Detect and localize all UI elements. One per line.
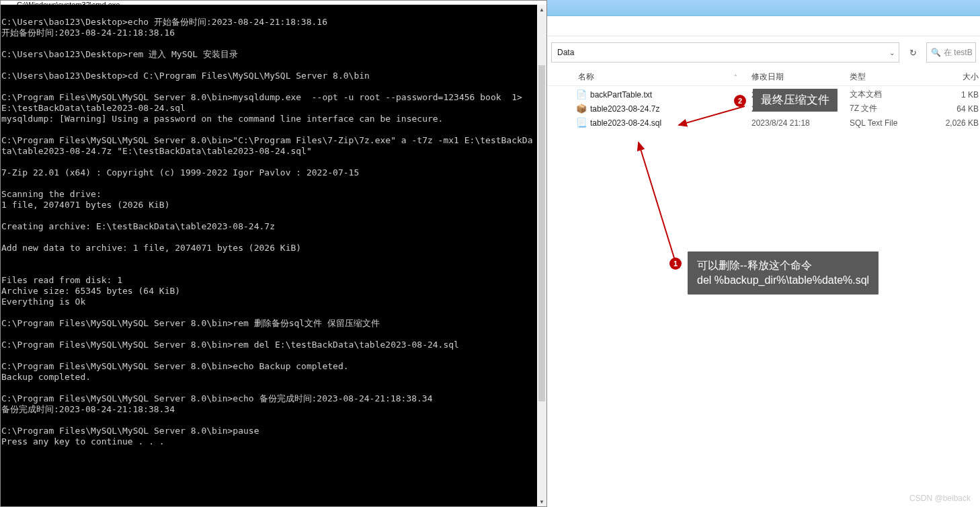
file-name: table2023-08-24.7z <box>590 104 751 114</box>
cmd-window: C:\Windows\system32\cmd.exe — ▢ ✕ C:\Use… <box>0 0 547 507</box>
column-headers: 名称 ⌃ 修改日期 类型 大小 <box>547 69 980 86</box>
breadcrumb-segment[interactable]: Data <box>557 48 574 57</box>
file-size: 1 KB <box>930 90 979 100</box>
callout-compressed-file: 最终压缩文件 <box>753 89 838 112</box>
scroll-up-icon[interactable]: ▲ <box>537 5 546 14</box>
explorer-ribbon <box>547 16 980 36</box>
file-icon: 📄 <box>573 89 590 100</box>
file-row[interactable]: 📃table2023-08-24.sql2023/8/24 21:18SQL T… <box>573 116 980 130</box>
file-icon: 📦 <box>573 104 590 114</box>
cmd-output[interactable]: C:\Users\bao123\Desktop>echo 开始备份时间:2023… <box>1 5 537 506</box>
scroll-down-icon[interactable]: ▼ <box>537 497 546 506</box>
file-name: backPartTable.txt <box>590 90 751 100</box>
address-bar[interactable]: Data ⌄ <box>551 42 899 63</box>
col-type-header[interactable]: 类型 <box>850 71 930 83</box>
col-date-header[interactable]: 修改日期 <box>751 71 850 83</box>
file-type: 文本文档 <box>850 89 930 100</box>
explorer-navbar: Data ⌄ ↻ 🔍 在 testB <box>547 36 980 69</box>
callout-delete-command: 可以删除--释放这个命令 del %backup_dir%\table%date… <box>688 251 879 295</box>
chevron-down-icon[interactable]: ⌄ <box>889 49 895 56</box>
file-type: 7Z 文件 <box>850 103 930 114</box>
file-name: table2023-08-24.sql <box>590 118 751 128</box>
search-icon: 🔍 <box>931 48 941 57</box>
search-placeholder: 在 testB <box>944 47 973 58</box>
file-icon: 📃 <box>573 118 590 128</box>
sort-indicator-icon: ⌃ <box>733 74 738 80</box>
search-input[interactable]: 🔍 在 testB <box>926 42 976 63</box>
col-size-header[interactable]: 大小 <box>930 71 979 83</box>
badge-2: 2 <box>734 95 746 107</box>
file-size: 64 KB <box>930 104 979 114</box>
scroll-thumb[interactable] <box>538 65 545 401</box>
file-size: 2,026 KB <box>930 118 979 128</box>
watermark: CSDN @beiback <box>909 494 971 503</box>
file-type: SQL Text File <box>850 118 930 128</box>
file-date: 2023/8/24 21:18 <box>751 118 850 128</box>
refresh-button[interactable]: ↻ <box>903 43 922 62</box>
badge-1: 1 <box>669 258 682 270</box>
col-name-header[interactable]: 名称 ⌃ <box>578 71 751 83</box>
explorer-titlebar <box>547 0 980 16</box>
cmd-scrollbar[interactable]: ▲ ▼ <box>537 5 546 506</box>
